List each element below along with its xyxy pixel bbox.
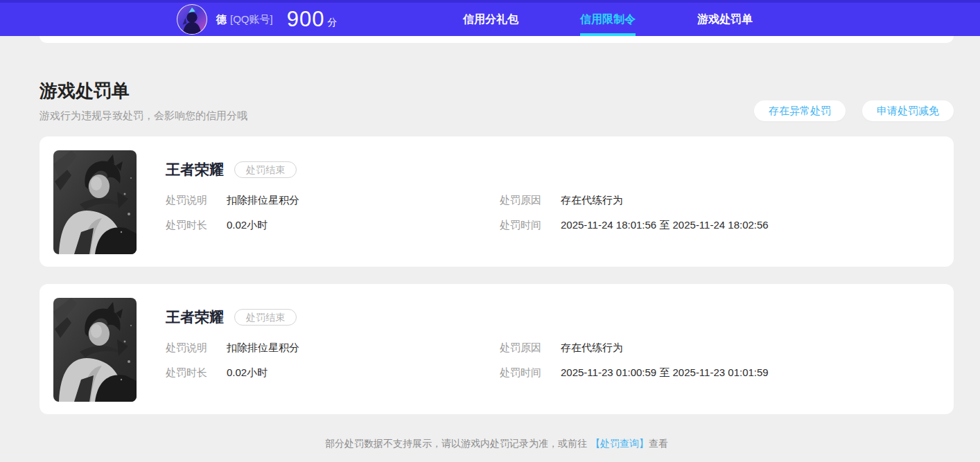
apply-reduction-button[interactable]: 申请处罚减免 (862, 100, 954, 121)
field-value: 存在代练行为 (561, 194, 623, 207)
penalty-title-row: 王者荣耀 处罚结束 (166, 308, 940, 327)
field-label: 处罚说明 (166, 194, 209, 207)
penalty-time-field: 处罚时间 2025-11-24 18:01:56 至 2025-11-24 18… (500, 219, 769, 232)
credit-score-unit: 分 (327, 10, 337, 29)
account-summary: 德 [QQ账号] 900 分 (177, 3, 337, 36)
game-cover-image (53, 298, 137, 402)
field-value: 0.02小时 (227, 366, 268, 380)
tab-game-penalty[interactable]: 游戏处罚单 (697, 3, 753, 36)
detail-row: 处罚说明 扣除排位星积分 处罚原因 存在代练行为 (166, 341, 940, 355)
credit-score-value: 900 (287, 7, 325, 32)
penalty-description-field: 处罚说明 扣除排位星积分 (166, 341, 500, 355)
main-content: 游戏处罚单 游戏行为违规导致处罚，会影响您的信用分哦 存在异常处罚 申请处罚减免… (40, 79, 954, 450)
field-label: 处罚时长 (166, 366, 209, 380)
detail-row: 处罚时长 0.02小时 处罚时间 2025-11-24 18:01:56 至 2… (166, 219, 940, 232)
game-title: 王者荣耀 (166, 160, 224, 179)
penalty-card-body: 王者荣耀 处罚结束 处罚说明 扣除排位星积分 处罚原因 存在代练行为 处 (166, 150, 940, 253)
penalty-reason-field: 处罚原因 存在代练行为 (500, 194, 623, 207)
penalty-card: 王者荣耀 处罚结束 处罚说明 扣除排位星积分 处罚原因 存在代练行为 处 (40, 136, 954, 267)
user-nickname: 德 (216, 13, 227, 26)
field-label: 处罚时间 (500, 366, 543, 380)
detail-row: 处罚说明 扣除排位星积分 处罚原因 存在代练行为 (166, 194, 940, 207)
field-label: 处罚原因 (500, 194, 543, 207)
field-value: 0.02小时 (227, 219, 268, 232)
penalty-description-field: 处罚说明 扣除排位星积分 (166, 194, 500, 207)
penalty-duration-field: 处罚时长 0.02小时 (166, 219, 500, 232)
field-label: 处罚时长 (166, 219, 209, 232)
penalty-title-row: 王者荣耀 处罚结束 (166, 160, 940, 179)
penalty-reason-field: 处罚原因 存在代练行为 (500, 341, 623, 355)
tab-credit-gift[interactable]: 信用分礼包 (463, 3, 518, 36)
penalty-query-link[interactable]: 【处罚查询】 (590, 438, 649, 449)
field-value: 2025-11-24 18:01:56 至 2025-11-24 18:02:5… (561, 219, 769, 232)
field-label: 处罚原因 (500, 341, 543, 355)
footer-suffix: 查看 (649, 438, 668, 449)
app-header: 德 [QQ账号] 900 分 信用分礼包 信用限制令 游戏处罚单 (0, 0, 980, 36)
user-avatar[interactable] (177, 4, 207, 35)
game-title: 王者荣耀 (166, 308, 224, 327)
tab-credit-restriction[interactable]: 信用限制令 (580, 3, 636, 36)
page-title: 游戏处罚单 (40, 79, 247, 103)
page-subtitle: 游戏行为违规导致处罚，会影响您的信用分哦 (40, 109, 247, 123)
header-nav: 信用分礼包 信用限制令 游戏处罚单 (463, 3, 753, 36)
field-value: 扣除排位星积分 (227, 341, 299, 355)
penalty-details: 处罚说明 扣除排位星积分 处罚原因 存在代练行为 处罚时长 0.02小时 处罚时… (166, 341, 940, 380)
game-cover-image (53, 150, 137, 254)
penalty-details: 处罚说明 扣除排位星积分 处罚原因 存在代练行为 处罚时长 0.02小时 处罚时… (166, 194, 940, 232)
section-title-block: 游戏处罚单 游戏行为违规导致处罚，会影响您的信用分哦 (40, 79, 247, 123)
penalty-status-badge: 处罚结束 (234, 161, 297, 178)
penalty-time-field: 处罚时间 2025-11-23 01:00:59 至 2025-11-23 01… (500, 366, 769, 380)
field-label: 处罚时间 (500, 219, 543, 232)
penalty-status-badge: 处罚结束 (234, 309, 297, 326)
field-value: 扣除排位星积分 (227, 194, 299, 207)
field-value: 2025-11-23 01:00:59 至 2025-11-23 01:01:5… (561, 366, 769, 380)
previous-card-bottom-edge (40, 36, 954, 43)
penalty-card-body: 王者荣耀 处罚结束 处罚说明 扣除排位星积分 处罚原因 存在代练行为 处 (166, 298, 940, 400)
section-header: 游戏处罚单 游戏行为违规导致处罚，会影响您的信用分哦 存在异常处罚 申请处罚减免 (40, 79, 954, 123)
penalty-duration-field: 处罚时长 0.02小时 (166, 366, 500, 380)
footer-note: 部分处罚数据不支持展示，请以游戏内处罚记录为准，或前往【处罚查询】查看 (40, 438, 954, 450)
section-actions: 存在异常处罚 申请处罚减免 (754, 100, 954, 123)
account-type-label: [QQ账号] (230, 13, 273, 26)
penalty-card: 王者荣耀 处罚结束 处罚说明 扣除排位星积分 处罚原因 存在代练行为 处 (40, 284, 954, 414)
footer-text: 部分处罚数据不支持展示，请以游戏内处罚记录为准，或前往 (325, 438, 587, 449)
detail-row: 处罚时长 0.02小时 处罚时间 2025-11-23 01:00:59 至 2… (166, 366, 940, 380)
field-value: 存在代练行为 (561, 341, 623, 355)
abnormal-penalty-button[interactable]: 存在异常处罚 (754, 100, 846, 121)
field-label: 处罚说明 (166, 341, 209, 355)
